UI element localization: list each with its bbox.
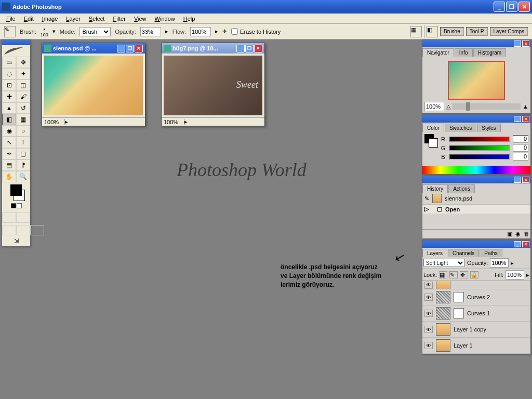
tab-info[interactable]: Info [455, 48, 473, 57]
flyout-icon[interactable]: ▸ [511, 260, 514, 267]
menu-window[interactable]: Window [151, 15, 179, 23]
layer-opacity-input[interactable] [490, 258, 509, 268]
blur-tool[interactable]: ◉ [2, 125, 16, 137]
default-colors-icon[interactable] [11, 203, 16, 208]
menu-view[interactable]: View [130, 15, 151, 23]
menu-select[interactable]: Select [85, 15, 109, 23]
opacity-input[interactable] [140, 27, 161, 36]
lasso-tool[interactable]: ◌ [2, 68, 16, 79]
layer-mask-thumb[interactable] [454, 308, 464, 318]
screen-full-menu-icon[interactable] [16, 225, 30, 235]
hand-tool[interactable]: ✋ [2, 171, 16, 182]
swap-colors-icon[interactable] [17, 203, 22, 208]
tab-actions[interactable]: Actions [448, 184, 475, 193]
document-titlebar[interactable]: sienna.psd @ ... _ ❐ ✕ [42, 43, 145, 54]
quickmask-mode-icon[interactable] [16, 212, 30, 223]
delete-state-icon[interactable]: 🗑 [524, 231, 529, 237]
eyedropper-tool[interactable]: ⁋ [16, 159, 30, 171]
zoom-level[interactable]: 100% [164, 119, 184, 125]
flyout-icon[interactable]: ▸ [215, 28, 218, 35]
blend-mode-select[interactable]: Soft Light [423, 259, 465, 267]
layer-name[interactable]: Curves 2 [467, 294, 490, 300]
tab-channels[interactable]: Channels [448, 249, 479, 257]
tab-navigator[interactable]: Navigator [422, 48, 454, 57]
dodge-tool[interactable]: ○ [16, 125, 30, 137]
panel-minimize-button[interactable]: _ [514, 241, 521, 247]
file-browser-icon[interactable]: ▦ [410, 26, 422, 37]
wand-tool[interactable]: ✦ [16, 68, 30, 79]
doc-maximize-button[interactable]: ❐ [126, 45, 134, 52]
panel-close-button[interactable]: ✕ [522, 41, 529, 47]
panel-close-button[interactable]: ✕ [522, 116, 529, 122]
b-value[interactable]: 0 [513, 153, 528, 161]
tab-layers[interactable]: Layers [422, 249, 447, 257]
color-spectrum[interactable] [422, 166, 530, 174]
move-tool[interactable]: ✥ [16, 57, 30, 68]
new-doc-from-state-icon[interactable]: ▣ [507, 231, 512, 237]
lock-pixels-icon[interactable]: ✎ [449, 271, 458, 278]
pen-tool[interactable]: ✒ [2, 148, 16, 159]
doc-minimize-button[interactable]: _ [117, 45, 125, 52]
layer-row[interactable]: 👁 Curves 2 [422, 289, 530, 305]
doc-maximize-button[interactable]: ❐ [245, 45, 254, 52]
path-tool[interactable]: ↖ [2, 137, 16, 148]
lock-all-icon[interactable]: 🔒 [470, 271, 478, 278]
color-swatch[interactable] [424, 134, 437, 150]
erase-history-checkbox[interactable]: Erase to History [231, 28, 281, 35]
menu-edit[interactable]: Edit [20, 15, 38, 23]
tab-paths[interactable]: Paths [480, 249, 502, 257]
palette-well-layercomps[interactable]: Layer Comps [490, 27, 528, 36]
imageready-icon[interactable]: ⇲ [2, 235, 30, 246]
document-canvas[interactable] [164, 56, 262, 115]
menu-image[interactable]: Image [38, 15, 62, 23]
flyout-icon[interactable]: ▸ [526, 272, 529, 278]
history-step[interactable]: ▷ ▢ Open [422, 204, 530, 214]
fill-input[interactable] [506, 270, 524, 280]
document-titlebar[interactable]: büg7.png @ 10... _ ❐ ✕ [162, 43, 264, 54]
lock-position-icon[interactable]: ✥ [460, 271, 468, 278]
layer-row-partial[interactable]: 👁 [422, 281, 530, 289]
panel-minimize-button[interactable]: _ [514, 116, 521, 122]
standard-mode-icon[interactable] [2, 212, 16, 223]
nav-zoom-input[interactable] [424, 102, 444, 111]
palette-toggle-icon[interactable]: ◧ [427, 26, 438, 37]
lock-transparency-icon[interactable]: ▦ [439, 271, 447, 278]
layer-name[interactable]: Layer 1 copy [454, 326, 486, 332]
new-snapshot-icon[interactable]: ◉ [515, 231, 521, 237]
toolbox-drag-handle[interactable] [2, 40, 30, 45]
brush-preview-icon[interactable]: • [43, 26, 45, 32]
g-value[interactable]: 0 [513, 144, 528, 152]
eraser-tool-icon[interactable]: ✎ [4, 26, 16, 37]
menu-file[interactable]: File [2, 15, 20, 23]
menu-layer[interactable]: Layer [62, 15, 85, 23]
history-snapshot[interactable]: ✎ sienna.psd [422, 193, 530, 204]
close-button[interactable]: ✕ [518, 2, 530, 12]
layer-mask-thumb[interactable] [454, 292, 464, 302]
navigator-thumbnail[interactable] [448, 61, 505, 100]
visibility-toggle-icon[interactable]: 👁 [424, 282, 433, 289]
visibility-toggle-icon[interactable]: 👁 [424, 310, 433, 317]
mode-select[interactable]: Brush [79, 27, 111, 36]
layer-row[interactable]: 👁 Layer 1 [422, 338, 530, 354]
panel-minimize-button[interactable]: _ [514, 177, 521, 183]
doc-close-button[interactable]: ✕ [254, 45, 262, 52]
flow-input[interactable] [190, 27, 211, 36]
type-tool[interactable]: T [16, 137, 30, 148]
panel-close-button[interactable]: ✕ [522, 241, 529, 247]
visibility-toggle-icon[interactable]: 👁 [424, 326, 433, 333]
eraser-tool[interactable]: ◧ [2, 114, 16, 125]
nav-zoom-slider[interactable] [453, 103, 521, 110]
foreground-color[interactable] [10, 184, 22, 196]
layer-name[interactable]: Curves 1 [467, 310, 490, 316]
screen-full-icon[interactable] [30, 225, 44, 235]
layer-row[interactable]: 👁 Curves 1 [422, 305, 530, 322]
menu-help[interactable]: Help [179, 15, 200, 23]
visibility-toggle-icon[interactable]: 👁 [424, 294, 433, 301]
stamp-tool[interactable]: ▲ [2, 102, 16, 114]
layer-name[interactable]: Layer 1 [454, 342, 473, 349]
palette-well-brushes[interactable]: Brushe [440, 27, 464, 36]
tab-styles[interactable]: Styles [477, 124, 500, 132]
dropdown-icon[interactable]: ▾ [52, 28, 56, 35]
b-slider[interactable] [449, 154, 510, 159]
healing-tool[interactable]: ✚ [2, 91, 16, 102]
